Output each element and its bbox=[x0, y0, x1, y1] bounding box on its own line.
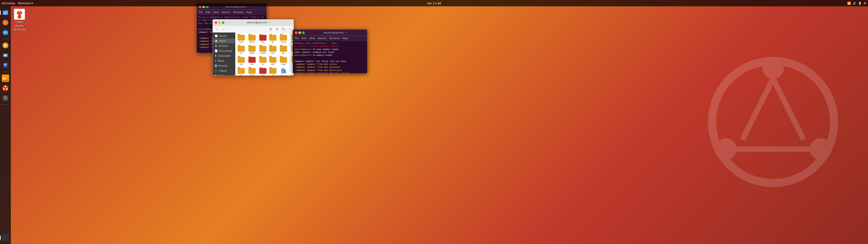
fm-sidebar-trash[interactable]: 🗑 Trash bbox=[213, 73, 235, 75]
svg-point-38 bbox=[19, 10, 20, 12]
activities-button[interactable]: Activities bbox=[2, 2, 15, 5]
dock-separator-1 bbox=[2, 39, 9, 39]
terminal-2-menu-terminal[interactable]: Terminal bbox=[329, 37, 340, 40]
fm-file-opt-label: opt bbox=[282, 52, 285, 54]
folder-icon-var2 bbox=[269, 68, 276, 74]
terminal-2-menu-search[interactable]: Search bbox=[318, 37, 327, 40]
fm-sidebar-downloads[interactable]: ⬇ Downloads bbox=[213, 53, 235, 58]
fm-file-initrd-old-label: initrd.img.old bbox=[291, 75, 293, 75]
file-manager-sidebar: 🕒 Recent 🏠 Home 🖥 Desktop 📄 Documents ⬇ … bbox=[213, 33, 235, 75]
terminal-1-menu-view[interactable]: View bbox=[213, 11, 219, 14]
fm-file-var1[interactable]: var bbox=[258, 67, 268, 75]
file-manager-title: ubuntu@ubuntu: ~ bbox=[225, 21, 292, 24]
fm-viewlist-btn[interactable]: ☰ bbox=[274, 27, 280, 32]
terminal-1-menu-edit[interactable]: Edit bbox=[206, 11, 210, 14]
fm-sidebar-videos-label: Videos bbox=[219, 69, 227, 72]
fm-search-btn[interactable]: 🔍 bbox=[281, 27, 286, 32]
shotwell-icon bbox=[2, 52, 9, 59]
music-icon: ♪ bbox=[215, 59, 216, 62]
terminal-2-close-btn[interactable] bbox=[295, 31, 298, 34]
fm-sidebar-videos[interactable]: 🎥 Videos bbox=[213, 68, 235, 73]
terminal-2-menu-edit[interactable]: Edit bbox=[302, 37, 306, 40]
folder-icon-dev bbox=[259, 35, 267, 41]
dock-item-files[interactable] bbox=[1, 8, 10, 17]
fm-file-tmp-label: tmp bbox=[250, 74, 254, 75]
fm-file-dev[interactable]: dev bbox=[258, 34, 268, 44]
svg-rect-45 bbox=[285, 70, 286, 73]
svg-point-14 bbox=[4, 22, 6, 24]
fm-sidebar-music[interactable]: ♪ Music bbox=[213, 58, 235, 63]
fm-sidebar-desktop[interactable]: 🖥 Desktop bbox=[213, 43, 235, 48]
folder-icon-opt bbox=[280, 46, 287, 52]
file-manager-maximize-btn[interactable] bbox=[222, 21, 224, 24]
fm-file-run[interactable]: run bbox=[258, 56, 268, 66]
terminal-2-minimize-btn[interactable] bbox=[298, 31, 301, 34]
fm-file-etc[interactable]: etc bbox=[268, 34, 277, 44]
fm-file-sbin[interactable]: sbin bbox=[268, 56, 277, 66]
terminal-window-2: ubuntu@ubuntu: ~ File Edit View Search T… bbox=[293, 29, 367, 73]
terminal-1-menu-terminal[interactable]: Terminal bbox=[233, 11, 244, 14]
terminal-1-menu-search[interactable]: Search bbox=[222, 11, 230, 14]
fm-viewgrid-btn[interactable]: ⊞ bbox=[268, 27, 273, 32]
terminal-1-menu-help[interactable]: Help bbox=[246, 11, 252, 14]
install-ubuntu-icon[interactable]: Install Ubuntu 18.04 LTS bbox=[12, 8, 26, 32]
fm-file-home[interactable]: home bbox=[278, 34, 289, 44]
fm-file-tmp[interactable]: tmp bbox=[247, 67, 257, 75]
fm-file-root-label: root bbox=[250, 63, 254, 65]
fm-file-root[interactable]: root bbox=[247, 56, 257, 66]
dock-item-thunderbird[interactable] bbox=[1, 28, 10, 37]
fm-file-cdrom[interactable]: cdrom bbox=[247, 34, 257, 44]
fm-sidebar-documents[interactable]: 📄 Documents bbox=[213, 48, 235, 53]
fm-up-btn[interactable]: ↑ bbox=[227, 27, 232, 32]
folder-icon-lib64 bbox=[248, 46, 256, 52]
fm-options-btn[interactable]: ⋮ bbox=[287, 27, 292, 32]
fm-file-snap[interactable]: snap bbox=[278, 56, 289, 66]
settings-icon[interactable]: ⚙ bbox=[864, 2, 866, 5]
dock-item-ubuntu-software[interactable] bbox=[1, 84, 10, 93]
terminal-2-menu-view[interactable]: View bbox=[309, 37, 315, 40]
terminal-menu[interactable]: Terminal ▾ bbox=[18, 2, 33, 5]
dock-item-amazon[interactable]: a bbox=[1, 74, 10, 83]
svg-text:?: ? bbox=[4, 96, 6, 100]
fm-file-lib[interactable]: lib bbox=[237, 45, 246, 55]
dock-item-rhythmbox[interactable] bbox=[1, 41, 10, 50]
fm-file-boot[interactable]: boot bbox=[237, 34, 246, 44]
file-manager-minimize-btn[interactable] bbox=[218, 21, 221, 24]
fm-forward-btn[interactable]: › bbox=[220, 27, 226, 32]
file-manager-window: ubuntu@ubuntu: ~ ‹ › ↑ ⊞ ☰ 🔍 ⋮ 🕒 Recent … bbox=[213, 19, 294, 76]
fm-file-mnt[interactable]: mnt bbox=[268, 45, 277, 55]
fm-back-btn[interactable]: ‹ bbox=[214, 27, 219, 32]
libreoffice-icon bbox=[2, 62, 9, 69]
fm-file-lib64[interactable]: lib64 bbox=[247, 45, 257, 55]
folder-icon-run bbox=[259, 57, 267, 63]
top-panel: Activities Terminal ▾ Sat 11:48 📶 🔊 🔋 ⚙ bbox=[0, 0, 868, 6]
fm-sidebar-recent[interactable]: 🕒 Recent bbox=[213, 33, 235, 38]
terminal-2-menu-file[interactable]: File bbox=[295, 37, 299, 40]
svg-rect-22 bbox=[3, 63, 8, 68]
terminal-2-menu-help[interactable]: Help bbox=[342, 37, 348, 40]
install-ubuntu-label-2: Ubuntu bbox=[15, 24, 24, 27]
fm-file-sys[interactable]: sys bbox=[237, 67, 246, 75]
dock-item-shotwell[interactable] bbox=[1, 51, 10, 60]
fm-sidebar-pictures[interactable]: 🖼 Pictures bbox=[213, 63, 235, 68]
fm-file-rofs[interactable]: rofs bbox=[237, 56, 246, 66]
terminal-2-maximize-btn[interactable] bbox=[302, 31, 305, 34]
dock-item-firefox[interactable] bbox=[1, 18, 10, 27]
svg-point-3 bbox=[715, 138, 737, 160]
dock-item-terminal[interactable]: >_ bbox=[1, 233, 10, 242]
terminal-1-menu-file[interactable]: File bbox=[199, 11, 203, 14]
dock-item-libreoffice[interactable] bbox=[1, 61, 10, 70]
fm-sidebar-home[interactable]: 🏠 Home bbox=[213, 38, 235, 43]
fm-file-opt[interactable]: opt bbox=[278, 45, 289, 55]
fm-file-etc-label: etc bbox=[272, 41, 274, 43]
fm-file-mnt-label: mnt bbox=[271, 52, 275, 54]
fm-file-var1-label: var bbox=[261, 74, 265, 75]
terminal-2-content[interactable]: Reading state information... Done E: Una… bbox=[293, 41, 367, 73]
dock-item-help[interactable]: ? bbox=[1, 94, 10, 102]
svg-rect-9 bbox=[4, 12, 7, 12]
folder-icon-rofs bbox=[238, 57, 245, 63]
fm-file-initrd[interactable]: initrd.img bbox=[278, 67, 289, 75]
file-manager-close-btn[interactable] bbox=[215, 21, 217, 24]
fm-file-media[interactable]: media bbox=[258, 45, 268, 55]
fm-file-var2[interactable]: var bbox=[268, 67, 277, 75]
